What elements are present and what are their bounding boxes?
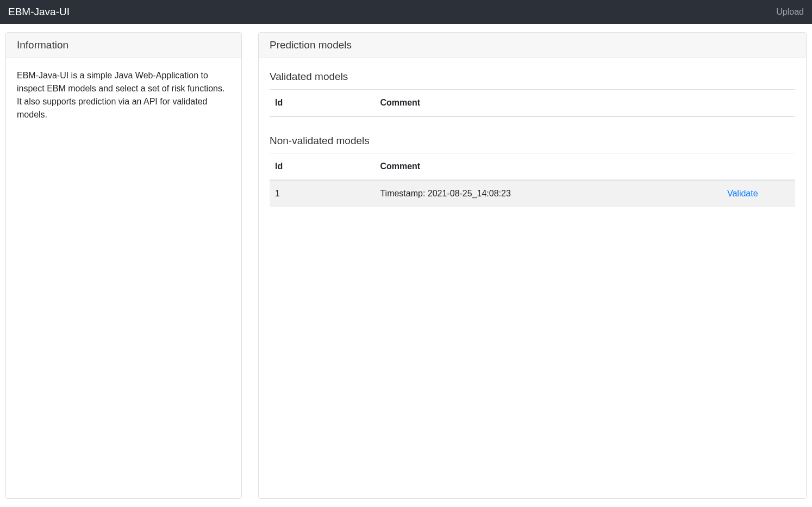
upload-link[interactable]: Upload [776,7,804,17]
nonvalidated-title: Non-validated models [270,133,795,149]
row-action-cell: Validate [690,180,795,207]
nonvalidated-header-id: Id [270,153,374,181]
validated-header-row: Id Comment [270,89,795,116]
validated-header-action [690,89,795,116]
row-comment: Timestamp: 2021-08-25_14:08:23 [374,180,690,207]
navbar-brand[interactable]: EBM-Java-UI [8,6,70,18]
validated-title: Validated models [270,69,795,85]
validated-header-id: Id [270,89,374,116]
nonvalidated-section: Non-validated models Id Comment 1Timesta… [270,133,795,207]
main-panel: Prediction models Validated models Id Co… [258,32,807,499]
sidebar: Information EBM-Java-UI is a simple Java… [5,32,242,499]
information-body: EBM-Java-UI is a simple Java Web-Applica… [6,58,241,498]
validated-table: Id Comment [270,89,795,117]
validated-header-comment: Comment [374,89,690,116]
information-card: Information EBM-Java-UI is a simple Java… [5,32,242,499]
validate-link[interactable]: Validate [727,189,758,198]
row-id: 1 [270,180,374,207]
validated-section: Validated models Id Comment [270,69,795,117]
prediction-models-card: Prediction models Validated models Id Co… [258,32,807,499]
nonvalidated-header-action [690,153,795,181]
main-container: Information EBM-Java-UI is a simple Java… [0,24,812,507]
nonvalidated-header-row: Id Comment [270,153,795,181]
table-row: 1Timestamp: 2021-08-25_14:08:23Validate [270,180,795,207]
prediction-models-title: Prediction models [259,33,806,58]
prediction-models-body: Validated models Id Comment Non [259,58,806,498]
navbar: EBM-Java-UI Upload [0,0,812,24]
nonvalidated-header-comment: Comment [374,153,690,181]
nonvalidated-table: Id Comment 1Timestamp: 2021-08-25_14:08:… [270,153,795,207]
information-title: Information [6,33,241,58]
